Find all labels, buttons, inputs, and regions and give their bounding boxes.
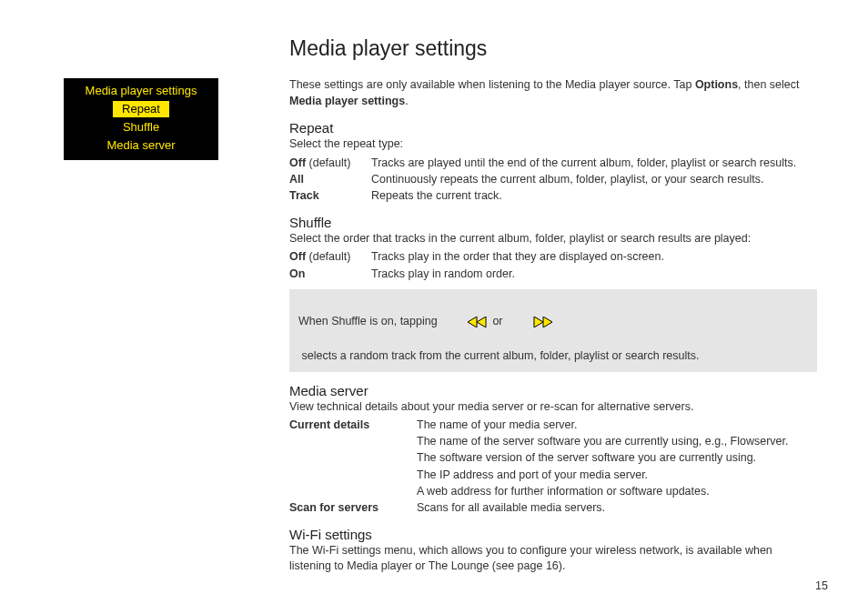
page-title: Media player settings <box>289 36 817 61</box>
shuffle-heading: Shuffle <box>289 215 817 230</box>
svg-marker-1 <box>477 317 486 327</box>
mediaserver-row-scan: Scan for servers Scans for all available… <box>289 499 817 516</box>
page-number: 15 <box>815 579 828 592</box>
repeat-row-track: Track Repeats the current track. <box>289 187 817 204</box>
mediaserver-heading: Media server <box>289 383 817 398</box>
shuffle-sub: Select the order that tracks in the curr… <box>289 231 817 247</box>
wifi-body: The Wi-Fi settings menu, which allows yo… <box>289 543 817 575</box>
menu-item-repeat[interactable]: Repeat <box>113 101 169 117</box>
svg-marker-3 <box>543 317 552 327</box>
content: Media player settings These settings are… <box>289 36 817 575</box>
shuffle-row-off: Off (default) Tracks play in the order t… <box>289 248 817 265</box>
mediaserver-sub: View technical details about your media … <box>289 399 817 416</box>
intro-text: These settings are only available when l… <box>289 77 817 109</box>
menu-item-media-server[interactable]: Media server <box>69 136 213 155</box>
skip-back-icon <box>442 297 488 347</box>
repeat-heading: Repeat <box>289 120 817 136</box>
svg-marker-2 <box>534 317 543 327</box>
repeat-row-off: Off (default) Tracks are played until th… <box>289 155 817 171</box>
menu-item-shuffle[interactable]: Shuffle <box>69 118 213 136</box>
sidebar: Media player settings Repeat Shuffle Med… <box>36 36 246 160</box>
skip-forward-icon <box>508 297 553 347</box>
svg-marker-0 <box>468 317 477 327</box>
repeat-row-all: All Continuously repeats the current alb… <box>289 171 817 187</box>
mediaserver-row-current: Current details The name of your media s… <box>289 417 817 433</box>
repeat-sub: Select the repeat type: <box>289 136 817 153</box>
menu-title: Media player settings <box>69 82 213 100</box>
menu-box: Media player settings Repeat Shuffle Med… <box>64 78 218 160</box>
shuffle-row-on: On Tracks play in random order. <box>289 266 817 282</box>
wifi-heading: Wi-Fi settings <box>289 527 817 542</box>
shuffle-note: When Shuffle is on, tapping or selects a… <box>289 289 817 372</box>
